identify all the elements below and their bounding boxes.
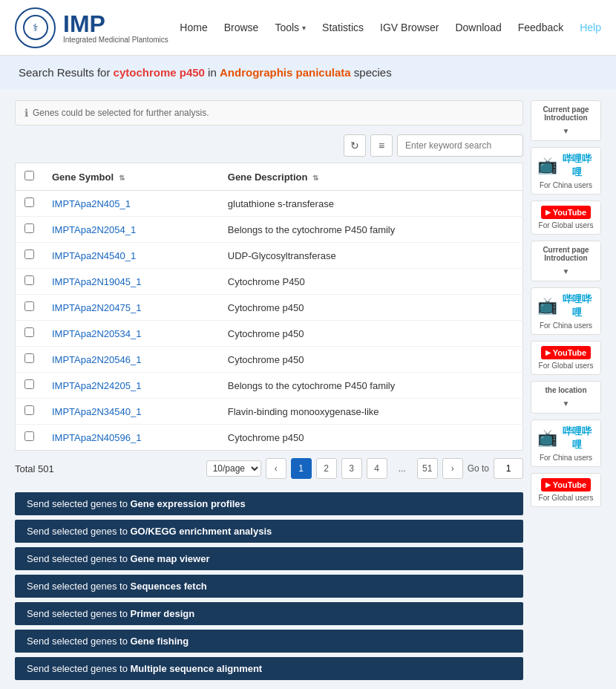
youtube-btn-1: ▶ YouTube: [541, 206, 591, 219]
row-checkbox-2[interactable]: [24, 249, 34, 259]
sidebar-intro-title-2: Current page Introduction: [537, 246, 594, 262]
gene-map-viewer-button[interactable]: Send selected genes to Gene map viewer: [15, 547, 523, 570]
logo-area: ⚕ IMP Integrated Medicinal Plantomics: [15, 7, 168, 48]
logo-subtitle: Integrated Medicinal Plantomics: [63, 36, 168, 44]
tools-caret-icon: ▾: [302, 24, 306, 32]
bilibili-logo-3: 📺 哔哩哔哩: [537, 425, 594, 451]
table-row: IMPTApa2N20534_1 Cytochrome p450: [16, 321, 523, 347]
row-checkbox-3[interactable]: [24, 275, 34, 285]
row-checkbox-0[interactable]: [24, 197, 34, 207]
gene-link-1[interactable]: IMPTApa2N2054_1: [52, 224, 136, 235]
youtube-btn-2: ▶ YouTube: [541, 346, 591, 359]
multiple-sequence-alignment-button[interactable]: Send selected genes to Multiple sequence…: [15, 657, 523, 680]
goto-label: Go to: [468, 463, 489, 474]
table-row: IMPTApa2N24205_1 Belongs to the cytochro…: [16, 373, 523, 399]
page-4-button[interactable]: 4: [367, 458, 387, 479]
sidebar-card-bilibili-3[interactable]: 📺 哔哩哔哩 For China users: [531, 419, 601, 467]
nav-help[interactable]: Help: [580, 22, 601, 33]
gene-link-6[interactable]: IMPTApa2N20546_1: [52, 354, 141, 365]
prev-page-button[interactable]: ‹: [266, 458, 286, 479]
row-checkbox-cell: [16, 425, 44, 451]
row-checkbox-8[interactable]: [24, 405, 34, 415]
gene-description-cell: Cytochrome p450: [219, 425, 523, 451]
gene-expression-profiles-button[interactable]: Send selected genes to Gene expression p…: [15, 492, 523, 515]
go-kegg-enrichment-button[interactable]: Send selected genes to GO/KEGG enrichmen…: [15, 520, 523, 543]
gene-fishing-button[interactable]: Send selected genes to Gene fishing: [15, 630, 523, 653]
sidebar-card-youtube-3[interactable]: ▶ YouTube For Global users: [531, 473, 601, 507]
info-icon: ℹ: [24, 107, 28, 119]
primer-design-button[interactable]: Send selected genes to Primer design: [15, 602, 523, 625]
logo-icon: ⚕: [15, 7, 56, 48]
sidebar: Current page Introduction ▼ 📺 哔哩哔哩 For C…: [531, 100, 601, 680]
gene-description-cell: Belongs to the cytochrome P450 family: [219, 373, 523, 399]
page-1-button[interactable]: 1: [291, 458, 312, 479]
youtube-label-1: For Global users: [537, 221, 594, 229]
gene-link-5[interactable]: IMPTApa2N20534_1: [52, 328, 141, 339]
bilibili-icon-2: 📺: [537, 296, 557, 316]
logo-imp-text: IMP: [63, 12, 168, 36]
gene-link-7[interactable]: IMPTApa2N24205_1: [52, 380, 141, 391]
gene-description-sort-icon[interactable]: ⇅: [312, 174, 318, 182]
select-all-checkbox[interactable]: [24, 171, 34, 180]
logo-text: IMP Integrated Medicinal Plantomics: [63, 12, 168, 44]
gene-symbol-cell: IMPTApa2N20534_1: [43, 321, 219, 347]
search-species: Andrographis paniculata: [220, 66, 351, 79]
sequences-fetch-button[interactable]: Send selected genes to Sequences fetch: [15, 575, 523, 598]
nav-tools[interactable]: Tools: [275, 22, 299, 33]
gene-description-cell: Cytochrome p450: [219, 295, 523, 321]
gene-symbol-cell: IMPTApa2N405_1: [43, 191, 219, 217]
row-checkbox-1[interactable]: [24, 223, 34, 233]
gene-description-cell: UDP-Glycosyltransferase: [219, 243, 523, 269]
row-checkbox-9[interactable]: [24, 431, 34, 441]
pagination-row: Total 501 10/page 20/page 50/page ‹ 1 2 …: [15, 451, 523, 486]
gene-symbol-cell: IMPTApa2N24205_1: [43, 373, 219, 399]
nav-browse[interactable]: Browse: [224, 22, 259, 33]
sidebar-chevron-2: ▼: [563, 267, 570, 275]
sidebar-card-bilibili-1[interactable]: 📺 哔哩哔哩 For China users: [531, 147, 601, 195]
page-3-button[interactable]: 3: [341, 458, 362, 479]
gene-link-0[interactable]: IMPTApa2N405_1: [52, 198, 131, 209]
gene-link-9[interactable]: IMPTApa2N40596_1: [52, 432, 141, 443]
row-checkbox-6[interactable]: [24, 353, 34, 363]
columns-button[interactable]: ≡: [370, 134, 393, 157]
row-checkbox-4[interactable]: [24, 301, 34, 311]
nav-feedback[interactable]: Feedback: [518, 22, 563, 33]
goto-page-input[interactable]: [494, 458, 523, 479]
gene-link-8[interactable]: IMPTApa2N34540_1: [52, 406, 141, 417]
row-checkbox-5[interactable]: [24, 327, 34, 337]
nav-igv-browser[interactable]: IGV Browser: [380, 22, 439, 33]
row-checkbox-7[interactable]: [24, 379, 34, 389]
sidebar-card-youtube-2[interactable]: ▶ YouTube For Global users: [531, 341, 601, 375]
sidebar-card-intro-1: Current page Introduction ▼: [531, 100, 601, 141]
info-bar: ℹ Genes could be selected for further an…: [15, 100, 523, 125]
sidebar-card-intro-2: Current page Introduction ▼: [531, 241, 601, 281]
nav-home[interactable]: Home: [180, 22, 207, 33]
page-size-select[interactable]: 10/page 20/page 50/page: [206, 460, 261, 477]
nav-statistics[interactable]: Statistics: [322, 22, 364, 33]
search-banner: Search Results for cytochrome p450 in An…: [0, 56, 616, 89]
bilibili-label-1: For China users: [537, 181, 594, 189]
gene-link-3[interactable]: IMPTApa2N19045_1: [52, 276, 141, 287]
row-checkbox-cell: [16, 347, 44, 373]
youtube-label-2: For Global users: [537, 362, 594, 370]
gene-description-cell: Cytochrome p450: [219, 347, 523, 373]
refresh-button[interactable]: ↻: [344, 134, 366, 157]
gene-symbol-cell: IMPTApa2N4540_1: [43, 243, 219, 269]
content-area: ℹ Genes could be selected for further an…: [15, 100, 523, 680]
sidebar-chevron-3: ▼: [563, 399, 570, 408]
keyword-search-input[interactable]: [397, 134, 523, 157]
gene-link-4[interactable]: IMPTApa2N20475_1: [52, 302, 141, 313]
nav-download[interactable]: Download: [455, 22, 501, 33]
table-header-row: Gene Symbol ⇅ Gene Description ⇅: [16, 163, 523, 191]
sidebar-card-bilibili-2[interactable]: 📺 哔哩哔哩 For China users: [531, 287, 601, 335]
gene-symbol-header: Gene Symbol ⇅: [43, 163, 219, 191]
page-2-button[interactable]: 2: [316, 458, 337, 479]
youtube-play-icon-2: ▶: [545, 349, 551, 356]
sidebar-card-youtube-1[interactable]: ▶ YouTube For Global users: [531, 200, 601, 235]
gene-symbol-sort-icon[interactable]: ⇅: [119, 174, 125, 182]
next-page-button[interactable]: ›: [442, 458, 463, 479]
table-row: IMPTApa2N2054_1 Belongs to the cytochrom…: [16, 217, 523, 243]
row-checkbox-cell: [16, 373, 44, 399]
page-51-button[interactable]: 51: [417, 458, 438, 479]
gene-link-2[interactable]: IMPTApa2N4540_1: [52, 250, 136, 261]
